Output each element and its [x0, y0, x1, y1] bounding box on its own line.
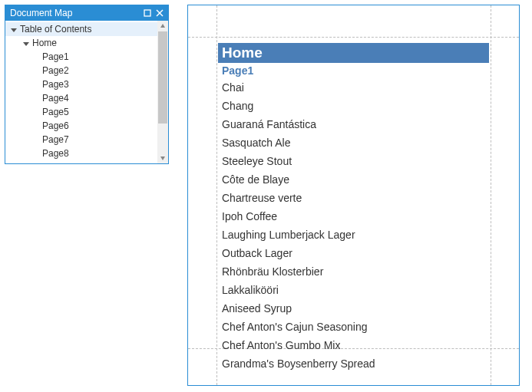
- tree-node-page[interactable]: Page5: [5, 105, 157, 119]
- svg-rect-0: [144, 10, 150, 16]
- tree-node-page[interactable]: Page8: [5, 147, 157, 160]
- tree-node-label: Page5: [42, 105, 69, 119]
- scroll-thumb[interactable]: [158, 31, 167, 124]
- list-item: Outback Lager: [218, 244, 489, 262]
- list-item: Rhönbräu Klosterbier: [218, 262, 489, 281]
- scroll-up-icon[interactable]: [157, 21, 168, 31]
- page-link[interactable]: Page1: [218, 63, 489, 78]
- margin-guide-top: [188, 37, 519, 38]
- panel-body: Table of Contents Home Page1 Page2 Page3…: [5, 21, 168, 163]
- panel-header: Document Map: [5, 5, 168, 21]
- tree: Table of Contents Home Page1 Page2 Page3…: [5, 21, 157, 163]
- svg-marker-4: [23, 42, 29, 46]
- item-list: ChaiChangGuaraná FantásticaSasquatch Ale…: [218, 78, 489, 373]
- list-item: Sasquatch Ale: [218, 133, 489, 152]
- list-item: Guaraná Fantástica: [218, 115, 489, 133]
- tree-node-label: Page4: [42, 91, 69, 105]
- vertical-scrollbar[interactable]: [157, 21, 168, 163]
- scroll-down-icon[interactable]: [157, 153, 168, 163]
- tree-node-page[interactable]: Page6: [5, 119, 157, 133]
- tree-node-home[interactable]: Home: [5, 36, 157, 50]
- list-item: Chang: [218, 97, 489, 115]
- tree-node-label: Home: [32, 36, 57, 50]
- list-item: Chef Anton's Cajun Seasoning: [218, 318, 489, 336]
- page-content: Home Page1 ChaiChangGuaraná FantásticaSa…: [218, 43, 489, 373]
- panel-title: Document Map: [10, 5, 140, 21]
- tree-node-label: Page3: [42, 77, 69, 91]
- tree-node-label: Page2: [42, 64, 69, 77]
- tree-node-page[interactable]: Page4: [5, 91, 157, 105]
- list-item: Chai: [218, 78, 489, 97]
- list-item: Chef Anton's Gumbo Mix: [218, 336, 489, 354]
- tree-node-toc[interactable]: Table of Contents: [5, 22, 157, 36]
- margin-guide-left: [216, 5, 217, 385]
- page: Home Page1 ChaiChangGuaraná FantásticaSa…: [188, 5, 519, 385]
- list-item: Lakkalikööri: [218, 281, 489, 299]
- page-heading: Home: [218, 43, 489, 63]
- document-viewport: Home Page1 ChaiChangGuaraná FantásticaSa…: [187, 5, 520, 386]
- tree-node-page[interactable]: Page7: [5, 133, 157, 147]
- tree-node-label: Table of Contents: [20, 22, 91, 36]
- list-item: Steeleye Stout: [218, 152, 489, 170]
- tree-node-label: Page8: [42, 147, 69, 160]
- list-item: Ipoh Coffee: [218, 207, 489, 226]
- list-item: Côte de Blaye: [218, 170, 489, 189]
- tree-node-page[interactable]: Page1: [5, 50, 157, 64]
- maximize-icon[interactable]: [142, 8, 153, 18]
- list-item: Chartreuse verte: [218, 189, 489, 207]
- tree-node-label: Page6: [42, 119, 69, 133]
- list-item: Laughing Lumberjack Lager: [218, 226, 489, 244]
- svg-marker-6: [160, 156, 165, 160]
- chevron-down-icon[interactable]: [22, 39, 30, 47]
- document-map-panel: Document Map Table of Contents Home Pa: [5, 5, 169, 164]
- tree-node-label: Page7: [42, 133, 69, 147]
- tree-node-page[interactable]: Page3: [5, 77, 157, 91]
- tree-node-label: Page1: [42, 50, 69, 64]
- svg-marker-5: [160, 24, 165, 28]
- svg-marker-3: [11, 28, 17, 32]
- close-icon[interactable]: [154, 8, 165, 18]
- chevron-down-icon[interactable]: [10, 25, 18, 33]
- list-item: Aniseed Syrup: [218, 299, 489, 318]
- margin-guide-right: [491, 5, 491, 385]
- list-item: Grandma's Boysenberry Spread: [218, 354, 489, 373]
- tree-node-page[interactable]: Page2: [5, 64, 157, 77]
